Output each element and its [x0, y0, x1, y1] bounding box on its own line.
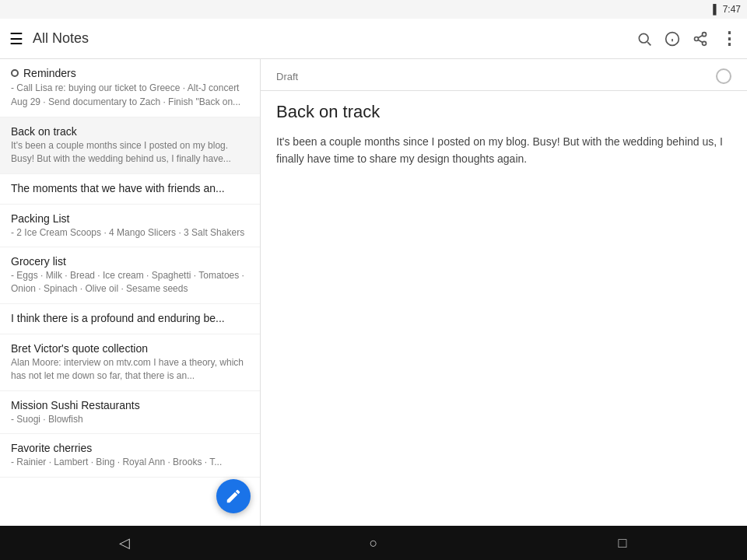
note-item-back-on-track[interactable]: Back on track It's been a couple months … [0, 117, 260, 174]
content-area: Reminders - Call Lisa re: buying our tic… [0, 59, 747, 526]
svg-point-0 [639, 33, 648, 43]
recent-button[interactable]: □ [599, 526, 646, 560]
share-icon[interactable] [693, 31, 708, 47]
note-item-reminders[interactable]: Reminders - Call Lisa re: buying our tic… [0, 59, 260, 117]
app-container: ☰ All Notes ⋮ Reminders - Ca [0, 19, 747, 526]
svg-point-6 [695, 37, 699, 40]
note-detail-header: Draft [261, 59, 747, 91]
note-title: I think there is a profound and enduring… [11, 312, 249, 324]
status-bar: ▌ 7:47 [0, 0, 747, 19]
draft-label: Draft [276, 71, 708, 82]
home-button[interactable]: ○ [350, 526, 397, 560]
note-title: Bret Victor's quote collection [11, 342, 249, 355]
note-item-bret-victor[interactable]: Bret Victor's quote collection Alan Moor… [0, 334, 260, 391]
info-icon[interactable] [665, 31, 680, 47]
note-detail-body[interactable]: It's been a couple months since I posted… [261, 127, 747, 174]
note-item-grocery-list[interactable]: Grocery list - Eggs · Milk · Bread · Ice… [0, 247, 260, 304]
note-title: Favorite cherries [11, 442, 249, 454]
svg-line-9 [698, 35, 703, 37]
note-title: Back on track [11, 125, 249, 138]
note-preview: - 2 Ice Cream Scoops · 4 Mango Slicers ·… [11, 226, 249, 240]
note-item-profound[interactable]: I think there is a profound and enduring… [0, 304, 260, 334]
note-title: Mission Sushi Restaurants [11, 399, 249, 411]
toolbar-actions: ⋮ [637, 29, 738, 49]
menu-icon[interactable]: ☰ [9, 30, 23, 48]
reminders-dot-icon [11, 69, 19, 77]
more-icon[interactable]: ⋮ [721, 29, 738, 49]
toolbar-title: All Notes [33, 30, 627, 47]
note-item-mission-sushi[interactable]: Mission Sushi Restaurants - Suogi · Blow… [0, 391, 260, 435]
note-preview: Alan Moore: interview on mtv.com I have … [11, 356, 249, 383]
note-detail-title[interactable]: Back on track [261, 91, 747, 127]
note-title: Grocery list [11, 255, 249, 268]
toolbar: ☰ All Notes ⋮ [0, 19, 747, 59]
bottom-nav: ◁ ○ □ [0, 526, 747, 560]
note-item-favorite-cherries[interactable]: Favorite cherries - Rainier · Lambert · … [0, 434, 260, 478]
note-preview: It's been a couple months since I posted… [11, 139, 249, 166]
fab-button[interactable] [216, 479, 251, 513]
note-title: The moments that we have with friends an… [11, 182, 249, 194]
svg-line-8 [698, 40, 703, 42]
note-title: Packing List [11, 212, 249, 225]
note-preview: - Eggs · Milk · Bread · Ice cream · Spag… [11, 269, 249, 296]
time-display: 7:47 [723, 4, 741, 15]
svg-point-7 [703, 41, 707, 45]
reminders-preview: - Call Lisa re: buying our ticket to Gre… [11, 81, 249, 109]
back-button[interactable]: ◁ [101, 526, 148, 560]
battery-icon: ▌ [713, 4, 720, 15]
search-icon[interactable] [637, 31, 652, 47]
note-detail: Draft Back on track It's been a couple m… [261, 59, 747, 526]
status-icons: ▌ 7:47 [713, 4, 741, 15]
note-preview: - Rainier · Lambert · Bing · Royal Ann ·… [11, 456, 249, 469]
svg-point-5 [703, 32, 707, 36]
note-preview: - Suogi · Blowfish [11, 413, 249, 426]
svg-line-1 [647, 42, 651, 45]
note-item-packing-list[interactable]: Packing List - 2 Ice Cream Scoops · 4 Ma… [0, 205, 260, 248]
notes-list: Reminders - Call Lisa re: buying our tic… [0, 59, 261, 526]
draft-circle-icon [716, 68, 731, 84]
reminders-title: Reminders [11, 67, 249, 79]
note-item-moments[interactable]: The moments that we have with friends an… [0, 174, 260, 205]
